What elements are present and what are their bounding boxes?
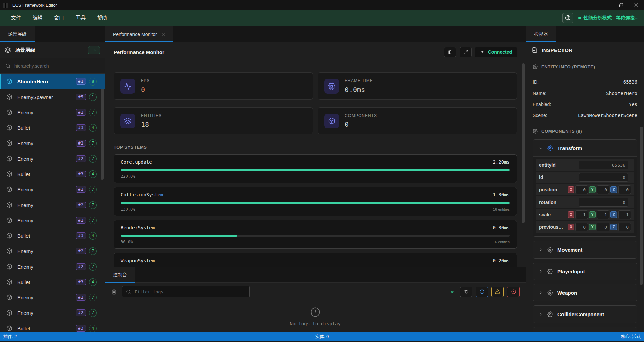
maximize-button[interactable] [613, 0, 629, 10]
entity-tag-badge: #3 [76, 232, 86, 239]
component-card-header[interactable]: ColliderComponent [533, 306, 637, 323]
component-card-collapsed[interactable]: ColliderComponent [533, 305, 637, 323]
entity-tag-badge: #2 [76, 294, 86, 301]
component-card-collapsed[interactable]: Health [533, 327, 637, 332]
system-time: 0.20ms [493, 258, 510, 263]
entity-count-badge: 4 [89, 278, 97, 286]
filter-error-button[interactable] [507, 287, 520, 297]
close-button[interactable] [629, 0, 644, 10]
language-globe-button[interactable] [562, 13, 573, 23]
axis-x-input[interactable]: 0 [575, 223, 588, 231]
hierarchy-item[interactable]: Enemy #2 7 [0, 197, 105, 213]
entity-badges: #5 1 [76, 93, 97, 101]
hierarchy-item[interactable]: Bullet #3 4 [0, 166, 105, 182]
hierarchy-item[interactable]: Enemy #2 7 [0, 151, 105, 166]
hierarchy-item[interactable]: ShooterHero #1 8 [0, 74, 105, 89]
tab-scene-hierarchy[interactable]: 场景层级 [0, 26, 35, 42]
property-value-input[interactable]: 65536 [579, 161, 628, 169]
filter-info-button[interactable] [476, 287, 488, 297]
entity-cube-icon [6, 186, 12, 192]
axis-x-input[interactable]: 0 [575, 185, 588, 194]
menu-item[interactable]: 编辑 [27, 10, 48, 26]
menu-item[interactable]: 窗口 [48, 10, 70, 26]
hierarchy-item[interactable]: Enemy #2 7 [0, 135, 105, 151]
tab-performance-monitor[interactable]: Performance Monitor [105, 26, 173, 42]
axis-y-input[interactable]: 0 [597, 185, 609, 194]
tab-close-icon[interactable] [162, 32, 165, 36]
entity-tag-badge: #3 [76, 325, 86, 332]
menu-item[interactable]: 文件 [5, 10, 27, 26]
hierarchy-item[interactable]: Enemy #2 7 [0, 290, 105, 305]
component-card-header[interactable]: PlayerInput [533, 263, 637, 280]
axis-z-input[interactable]: 0 [618, 185, 631, 194]
transform-header[interactable]: Transform [533, 140, 637, 157]
hierarchy-item[interactable]: Bullet #3 4 [0, 120, 105, 135]
minimize-button[interactable] [598, 0, 613, 10]
monitor-scrollbar[interactable] [522, 63, 525, 223]
hierarchy-item[interactable]: Enemy #2 7 [0, 305, 105, 321]
component-card-header[interactable]: Health [533, 327, 637, 332]
pause-button[interactable] [444, 47, 456, 57]
axis-y-input[interactable]: 1 [597, 210, 609, 219]
entity-tag-badge: #2 [76, 186, 86, 193]
console-empty-state: No logs to display [105, 301, 526, 332]
hierarchy-search-input[interactable]: hierarchy.search [0, 58, 105, 74]
minimize-icon [603, 3, 607, 7]
field-label: Enabled: [533, 102, 551, 107]
entity-cube-icon [6, 202, 12, 208]
menu-item[interactable]: 工具 [70, 10, 91, 26]
info-icon [479, 289, 485, 294]
axis-x-input[interactable]: 1 [575, 210, 588, 219]
clear-logs-button[interactable] [111, 289, 117, 295]
property-controls: X 0 Y 0 Z 0 [568, 223, 631, 231]
system-name: Core.update [121, 159, 152, 165]
component-card-header[interactable]: Weapon [533, 284, 637, 301]
menu-item[interactable]: 帮助 [91, 10, 113, 26]
axis-z-input[interactable]: 1 [618, 210, 631, 219]
axis-x-badge: X [568, 211, 574, 218]
entity-count-badge: 7 [89, 309, 97, 317]
console-filter-input[interactable]: Filter logs... [122, 286, 250, 297]
hierarchy-item[interactable]: Bullet #3 4 [0, 321, 105, 332]
hierarchy-item[interactable]: Enemy #2 7 [0, 213, 105, 228]
hierarchy-sync-button[interactable] [88, 46, 100, 54]
inspector-scrollbar[interactable] [640, 127, 643, 285]
filter-debug-button[interactable] [460, 287, 472, 297]
component-card-collapsed[interactable]: PlayerInput [533, 263, 637, 280]
entity-count-badge: 8 [89, 78, 97, 86]
cpu-icon [328, 82, 335, 90]
entity-info-title: ENTITY INFO (REMOTE) [541, 64, 595, 69]
status-dot-icon [578, 17, 581, 19]
chevron-right-icon [538, 290, 543, 295]
component-gear-icon [547, 247, 553, 253]
hierarchy-item[interactable]: Bullet #3 4 [0, 228, 105, 243]
component-card-collapsed[interactable]: Movement [533, 241, 637, 259]
hierarchy-item[interactable]: Enemy #2 7 [0, 259, 105, 274]
hierarchy-item[interactable]: Enemy #2 7 [0, 243, 105, 259]
hierarchy-item[interactable]: Enemy #2 7 [0, 182, 105, 197]
tab-inspector[interactable]: 检视器 [526, 26, 556, 42]
wifi-icon [92, 48, 97, 53]
system-time: 2.20ms [493, 159, 510, 165]
component-card-collapsed[interactable]: Weapon [533, 284, 637, 301]
stat-label: ENTITIES [141, 113, 162, 118]
hierarchy-panel-title: 场景层级 [15, 47, 35, 53]
axis-z-input[interactable]: 0 [618, 223, 631, 231]
property-controls: 0 [579, 173, 631, 182]
expand-button[interactable] [460, 47, 472, 57]
hierarchy-item[interactable]: Enemy #2 7 [0, 105, 105, 120]
axis-x-badge: X [568, 224, 574, 230]
entity-count-badge: 4 [89, 232, 97, 240]
hierarchy-item[interactable]: EnemySpawner #5 1 [0, 89, 105, 105]
property-value-input[interactable]: 0 [579, 198, 628, 207]
entity-tag-badge: #2 [76, 109, 86, 116]
console-panel: 控制台 Filter logs... [105, 267, 526, 332]
system-progress-track [121, 235, 510, 237]
tab-console[interactable]: 控制台 [105, 267, 135, 282]
filter-warning-button[interactable] [491, 287, 504, 297]
stat-texts: COMPONENTS 0 [345, 113, 377, 128]
component-card-header[interactable]: Movement [533, 241, 637, 258]
hierarchy-item[interactable]: Bullet #3 4 [0, 274, 105, 290]
property-value-input[interactable]: 0 [579, 173, 628, 182]
axis-y-input[interactable]: 0 [597, 223, 609, 231]
